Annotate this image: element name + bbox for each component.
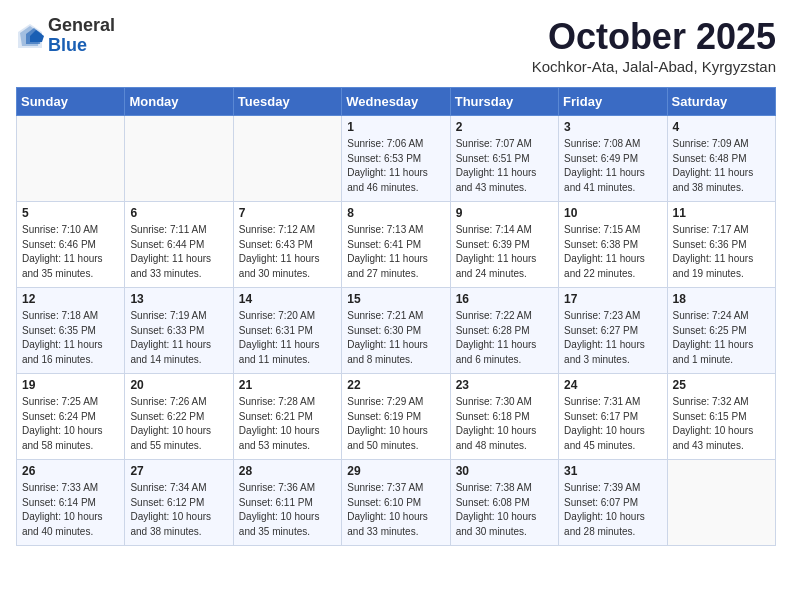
calendar-cell: 9Sunrise: 7:14 AM Sunset: 6:39 PM Daylig…: [450, 202, 558, 288]
calendar-cell: 17Sunrise: 7:23 AM Sunset: 6:27 PM Dayli…: [559, 288, 667, 374]
calendar-cell: 16Sunrise: 7:22 AM Sunset: 6:28 PM Dayli…: [450, 288, 558, 374]
weekday-header: Wednesday: [342, 88, 450, 116]
day-info: Sunrise: 7:39 AM Sunset: 6:07 PM Dayligh…: [564, 481, 661, 539]
calendar-cell: 28Sunrise: 7:36 AM Sunset: 6:11 PM Dayli…: [233, 460, 341, 546]
day-number: 29: [347, 464, 444, 478]
weekday-header: Saturday: [667, 88, 775, 116]
calendar-table: SundayMondayTuesdayWednesdayThursdayFrid…: [16, 87, 776, 546]
calendar-cell: 4Sunrise: 7:09 AM Sunset: 6:48 PM Daylig…: [667, 116, 775, 202]
day-info: Sunrise: 7:32 AM Sunset: 6:15 PM Dayligh…: [673, 395, 770, 453]
calendar-week-row: 26Sunrise: 7:33 AM Sunset: 6:14 PM Dayli…: [17, 460, 776, 546]
calendar-cell: 12Sunrise: 7:18 AM Sunset: 6:35 PM Dayli…: [17, 288, 125, 374]
day-number: 7: [239, 206, 336, 220]
day-info: Sunrise: 7:19 AM Sunset: 6:33 PM Dayligh…: [130, 309, 227, 367]
day-info: Sunrise: 7:38 AM Sunset: 6:08 PM Dayligh…: [456, 481, 553, 539]
calendar-cell: [667, 460, 775, 546]
day-number: 22: [347, 378, 444, 392]
day-info: Sunrise: 7:09 AM Sunset: 6:48 PM Dayligh…: [673, 137, 770, 195]
day-info: Sunrise: 7:13 AM Sunset: 6:41 PM Dayligh…: [347, 223, 444, 281]
day-info: Sunrise: 7:14 AM Sunset: 6:39 PM Dayligh…: [456, 223, 553, 281]
day-info: Sunrise: 7:28 AM Sunset: 6:21 PM Dayligh…: [239, 395, 336, 453]
day-number: 2: [456, 120, 553, 134]
calendar-week-row: 12Sunrise: 7:18 AM Sunset: 6:35 PM Dayli…: [17, 288, 776, 374]
day-number: 24: [564, 378, 661, 392]
day-info: Sunrise: 7:24 AM Sunset: 6:25 PM Dayligh…: [673, 309, 770, 367]
day-info: Sunrise: 7:18 AM Sunset: 6:35 PM Dayligh…: [22, 309, 119, 367]
calendar-cell: 14Sunrise: 7:20 AM Sunset: 6:31 PM Dayli…: [233, 288, 341, 374]
day-number: 21: [239, 378, 336, 392]
day-info: Sunrise: 7:25 AM Sunset: 6:24 PM Dayligh…: [22, 395, 119, 453]
logo-icon: [16, 22, 44, 50]
day-number: 14: [239, 292, 336, 306]
calendar-cell: 22Sunrise: 7:29 AM Sunset: 6:19 PM Dayli…: [342, 374, 450, 460]
day-number: 23: [456, 378, 553, 392]
calendar-cell: 5Sunrise: 7:10 AM Sunset: 6:46 PM Daylig…: [17, 202, 125, 288]
calendar-cell: [17, 116, 125, 202]
day-info: Sunrise: 7:33 AM Sunset: 6:14 PM Dayligh…: [22, 481, 119, 539]
day-info: Sunrise: 7:31 AM Sunset: 6:17 PM Dayligh…: [564, 395, 661, 453]
calendar-cell: 20Sunrise: 7:26 AM Sunset: 6:22 PM Dayli…: [125, 374, 233, 460]
day-number: 28: [239, 464, 336, 478]
calendar-cell: 18Sunrise: 7:24 AM Sunset: 6:25 PM Dayli…: [667, 288, 775, 374]
day-info: Sunrise: 7:21 AM Sunset: 6:30 PM Dayligh…: [347, 309, 444, 367]
day-number: 19: [22, 378, 119, 392]
day-info: Sunrise: 7:10 AM Sunset: 6:46 PM Dayligh…: [22, 223, 119, 281]
calendar-week-row: 19Sunrise: 7:25 AM Sunset: 6:24 PM Dayli…: [17, 374, 776, 460]
day-number: 11: [673, 206, 770, 220]
day-info: Sunrise: 7:07 AM Sunset: 6:51 PM Dayligh…: [456, 137, 553, 195]
day-number: 30: [456, 464, 553, 478]
calendar-cell: 29Sunrise: 7:37 AM Sunset: 6:10 PM Dayli…: [342, 460, 450, 546]
weekday-header-row: SundayMondayTuesdayWednesdayThursdayFrid…: [17, 88, 776, 116]
calendar-cell: [233, 116, 341, 202]
day-number: 12: [22, 292, 119, 306]
day-number: 4: [673, 120, 770, 134]
day-info: Sunrise: 7:29 AM Sunset: 6:19 PM Dayligh…: [347, 395, 444, 453]
calendar-cell: 30Sunrise: 7:38 AM Sunset: 6:08 PM Dayli…: [450, 460, 558, 546]
day-info: Sunrise: 7:34 AM Sunset: 6:12 PM Dayligh…: [130, 481, 227, 539]
calendar-cell: 15Sunrise: 7:21 AM Sunset: 6:30 PM Dayli…: [342, 288, 450, 374]
weekday-header: Sunday: [17, 88, 125, 116]
calendar-cell: 7Sunrise: 7:12 AM Sunset: 6:43 PM Daylig…: [233, 202, 341, 288]
day-info: Sunrise: 7:22 AM Sunset: 6:28 PM Dayligh…: [456, 309, 553, 367]
calendar-cell: 3Sunrise: 7:08 AM Sunset: 6:49 PM Daylig…: [559, 116, 667, 202]
day-number: 17: [564, 292, 661, 306]
calendar-cell: 24Sunrise: 7:31 AM Sunset: 6:17 PM Dayli…: [559, 374, 667, 460]
day-info: Sunrise: 7:15 AM Sunset: 6:38 PM Dayligh…: [564, 223, 661, 281]
location: Kochkor-Ata, Jalal-Abad, Kyrgyzstan: [532, 58, 776, 75]
day-number: 8: [347, 206, 444, 220]
weekday-header: Friday: [559, 88, 667, 116]
day-number: 1: [347, 120, 444, 134]
calendar-cell: 26Sunrise: 7:33 AM Sunset: 6:14 PM Dayli…: [17, 460, 125, 546]
day-info: Sunrise: 7:17 AM Sunset: 6:36 PM Dayligh…: [673, 223, 770, 281]
calendar-cell: 19Sunrise: 7:25 AM Sunset: 6:24 PM Dayli…: [17, 374, 125, 460]
day-info: Sunrise: 7:36 AM Sunset: 6:11 PM Dayligh…: [239, 481, 336, 539]
calendar-week-row: 1Sunrise: 7:06 AM Sunset: 6:53 PM Daylig…: [17, 116, 776, 202]
page-header: General Blue October 2025 Kochkor-Ata, J…: [16, 16, 776, 75]
day-number: 25: [673, 378, 770, 392]
calendar-cell: 2Sunrise: 7:07 AM Sunset: 6:51 PM Daylig…: [450, 116, 558, 202]
day-number: 3: [564, 120, 661, 134]
weekday-header: Thursday: [450, 88, 558, 116]
logo: General Blue: [16, 16, 115, 56]
calendar-cell: 10Sunrise: 7:15 AM Sunset: 6:38 PM Dayli…: [559, 202, 667, 288]
day-number: 6: [130, 206, 227, 220]
day-info: Sunrise: 7:23 AM Sunset: 6:27 PM Dayligh…: [564, 309, 661, 367]
day-number: 31: [564, 464, 661, 478]
calendar-cell: 11Sunrise: 7:17 AM Sunset: 6:36 PM Dayli…: [667, 202, 775, 288]
day-info: Sunrise: 7:30 AM Sunset: 6:18 PM Dayligh…: [456, 395, 553, 453]
day-number: 20: [130, 378, 227, 392]
day-info: Sunrise: 7:11 AM Sunset: 6:44 PM Dayligh…: [130, 223, 227, 281]
day-number: 26: [22, 464, 119, 478]
day-info: Sunrise: 7:26 AM Sunset: 6:22 PM Dayligh…: [130, 395, 227, 453]
weekday-header: Monday: [125, 88, 233, 116]
calendar-cell: 1Sunrise: 7:06 AM Sunset: 6:53 PM Daylig…: [342, 116, 450, 202]
day-number: 9: [456, 206, 553, 220]
weekday-header: Tuesday: [233, 88, 341, 116]
day-number: 18: [673, 292, 770, 306]
calendar-cell: 13Sunrise: 7:19 AM Sunset: 6:33 PM Dayli…: [125, 288, 233, 374]
calendar-week-row: 5Sunrise: 7:10 AM Sunset: 6:46 PM Daylig…: [17, 202, 776, 288]
logo-text: General Blue: [48, 16, 115, 56]
day-number: 27: [130, 464, 227, 478]
day-number: 16: [456, 292, 553, 306]
day-number: 13: [130, 292, 227, 306]
